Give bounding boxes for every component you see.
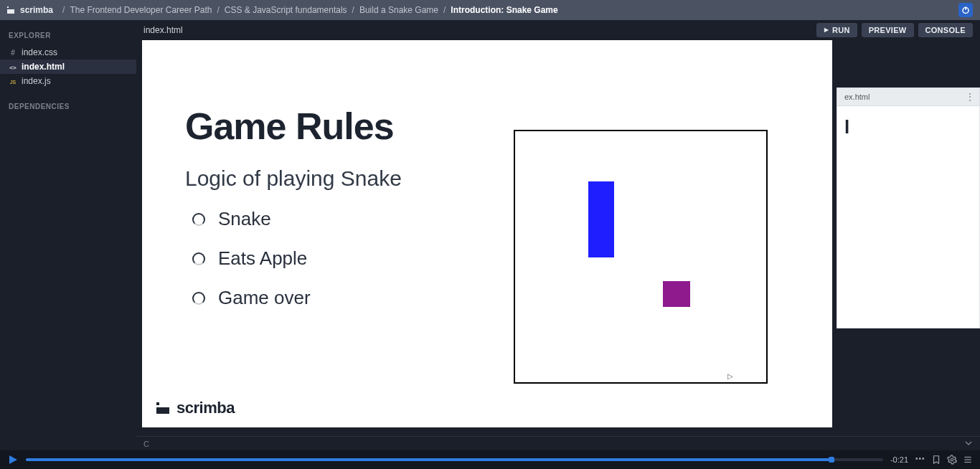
breadcrumb-item[interactable]: Build a Snake Game [359, 5, 438, 15]
brand-name: scrimba [176, 399, 235, 417]
preview-body: l [837, 106, 980, 328]
brand-name: scrimba [20, 5, 53, 15]
run-button[interactable]: RUN [816, 23, 857, 37]
preview-panel: ex.html ⋮ l [837, 87, 980, 328]
console-button[interactable]: CONSOLE [918, 23, 974, 37]
bullet-icon [192, 213, 205, 226]
editor-tabbar: index.html RUN PREVIEW CONSOLE [136, 20, 980, 40]
more-icon[interactable]: ••• [915, 455, 925, 465]
apple-piece [663, 281, 690, 307]
stage: ex.html ⋮ l Game Rules Logic of playing … [136, 40, 980, 436]
open-tab-name[interactable]: index.html [143, 25, 183, 35]
css-file-icon [9, 49, 17, 57]
brand-logo-icon [7, 6, 17, 14]
slide-bullet: Eats Apple [192, 247, 402, 270]
breadcrumb-current: Introduction: Snake Game [451, 5, 557, 15]
breadcrumb-item[interactable]: CSS & JavaScript fundamentals [225, 5, 347, 15]
timeline-scrubber[interactable] [829, 457, 834, 463]
explorer-sidebar: EXPLORER index.css index.html index.js D… [0, 20, 136, 450]
menu-icon[interactable] [963, 455, 973, 465]
slide-title: Game Rules [185, 105, 402, 148]
kebab-icon[interactable]: ⋮ [965, 91, 975, 103]
file-name: index.css [22, 47, 57, 57]
gear-icon[interactable] [947, 455, 957, 465]
slide-subtitle: Logic of playing Snake [185, 166, 402, 191]
file-item-css[interactable]: index.css [0, 45, 136, 60]
file-name: index.html [22, 62, 65, 72]
bullet-text: Snake [218, 208, 271, 230]
run-button-label: RUN [832, 26, 850, 34]
preview-content-fragment: l [844, 116, 972, 138]
video-player-bar: -0:21 ••• [0, 450, 980, 469]
file-name: index.js [22, 76, 51, 86]
power-icon[interactable] [958, 3, 973, 17]
file-item-html[interactable]: index.html [0, 60, 136, 74]
breadcrumb-separator: / [443, 5, 446, 15]
snake-piece [588, 181, 614, 257]
bottom-panel-collapsed[interactable]: C [136, 436, 980, 450]
bullet-icon [192, 292, 205, 305]
bullet-text: Game over [218, 287, 311, 309]
breadcrumb-bar: scrimba / The Frontend Developer Career … [0, 0, 980, 20]
console-button-label: CONSOLE [925, 26, 966, 34]
breadcrumb-item[interactable]: The Frontend Developer Career Path [70, 5, 212, 15]
chevron-down-icon[interactable] [964, 439, 973, 449]
svg-marker-3 [9, 455, 17, 464]
js-file-icon [9, 77, 17, 85]
brand-logo-icon [156, 402, 171, 414]
time-remaining: -0:21 [890, 455, 908, 464]
preview-tab[interactable]: ex.html ⋮ [837, 87, 980, 106]
play-icon [824, 27, 829, 33]
game-board: ▷ [514, 130, 768, 384]
editor-column: index.html RUN PREVIEW CONSOLE ex.html ⋮… [136, 20, 980, 450]
svg-marker-2 [824, 28, 829, 32]
file-item-js[interactable]: index.js [0, 74, 136, 88]
play-button[interactable] [7, 454, 19, 465]
slide-bullet: Game over [192, 287, 402, 309]
lesson-slide: Game Rules Logic of playing Snake Snake … [142, 40, 832, 427]
preview-button[interactable]: PREVIEW [862, 23, 914, 37]
slide-bullet-list: Snake Eats Apple Game over [185, 208, 402, 309]
svg-point-4 [951, 458, 953, 461]
breadcrumb-separator: / [62, 5, 65, 15]
main-area: EXPLORER index.css index.html index.js D… [0, 20, 980, 450]
bottom-panel-label: C [143, 440, 149, 448]
bookmark-icon[interactable] [931, 455, 941, 465]
bullet-text: Eats Apple [218, 247, 307, 270]
dependencies-heading: DEPENDENCIES [0, 98, 136, 116]
breadcrumb-separator: / [352, 5, 354, 15]
timeline-track[interactable] [26, 458, 883, 461]
player-controls: ••• [915, 455, 973, 465]
cursor-icon: ▷ [727, 372, 733, 380]
brand-logo[interactable]: scrimba [7, 5, 53, 15]
slide-brand-logo: scrimba [156, 399, 235, 417]
bullet-icon [192, 252, 205, 265]
preview-button-label: PREVIEW [869, 26, 907, 34]
preview-tab-label: ex.html [844, 93, 870, 101]
slide-bullet: Snake [192, 208, 402, 230]
html-file-icon [9, 63, 17, 71]
explorer-heading: EXPLORER [0, 27, 136, 45]
timeline-progress [26, 458, 831, 461]
breadcrumb-separator: / [217, 5, 219, 15]
